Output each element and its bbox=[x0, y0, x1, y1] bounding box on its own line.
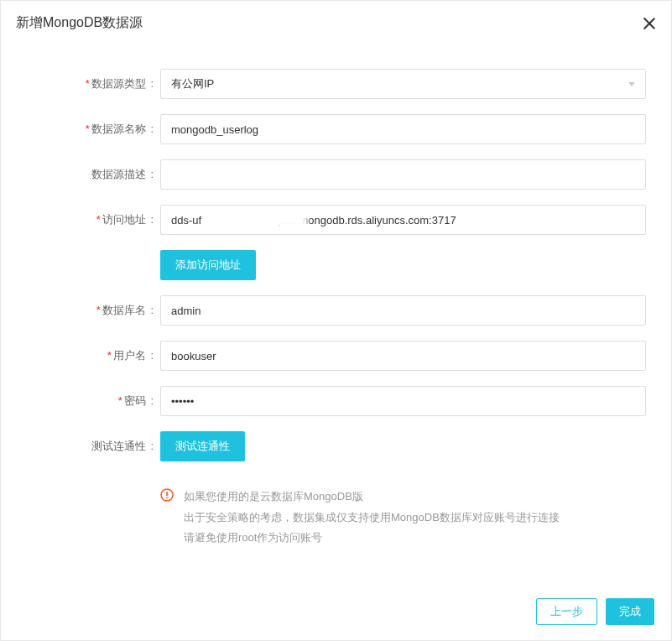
close-icon[interactable] bbox=[643, 17, 656, 30]
dialog-title: 新增MongoDB数据源 bbox=[16, 14, 143, 32]
label-datasource-name: *数据源名称 : bbox=[26, 122, 160, 137]
warning-icon bbox=[160, 488, 174, 549]
footer: 上一步 完成 bbox=[536, 598, 654, 625]
row-database-name: *数据库名 : bbox=[26, 295, 646, 326]
notice-text: 如果您使用的是云数据库MongoDB版 出于安全策略的考虑，数据集成仅支持使用M… bbox=[184, 487, 560, 549]
datasource-desc-input[interactable] bbox=[160, 159, 646, 190]
redacted-mask bbox=[215, 210, 307, 228]
password-input[interactable] bbox=[160, 386, 646, 416]
row-datasource-type: *数据源类型 : 有公网IP bbox=[26, 69, 646, 99]
form: *数据源类型 : 有公网IP *数据源名称 : 数据源描述 : *访问地址 : … bbox=[1, 44, 671, 549]
notice-line: 请避免使用root作为访问账号 bbox=[184, 528, 560, 549]
label-username: *用户名 : bbox=[26, 348, 160, 363]
dialog-header: 新增MongoDB数据源 bbox=[1, 1, 671, 44]
label-datasource-type: *数据源类型 : bbox=[26, 76, 160, 91]
row-test-connection: 测试连通性 : 测试连通性 bbox=[26, 431, 646, 461]
username-input[interactable] bbox=[160, 341, 646, 371]
label-datasource-desc: 数据源描述 : bbox=[26, 167, 160, 182]
datasource-type-select[interactable]: 有公网IP bbox=[160, 69, 646, 99]
row-username: *用户名 : bbox=[26, 341, 646, 371]
database-name-input[interactable] bbox=[160, 295, 646, 326]
add-address-button[interactable]: 添加访问地址 bbox=[160, 250, 256, 280]
svg-rect-1 bbox=[166, 492, 168, 496]
test-connection-button[interactable]: 测试连通性 bbox=[160, 431, 245, 461]
row-access-addr: *访问地址 : bbox=[26, 205, 646, 235]
label-database-name: *数据库名 : bbox=[26, 303, 160, 318]
row-datasource-desc: 数据源描述 : bbox=[26, 159, 646, 190]
select-value: 有公网IP bbox=[171, 76, 214, 91]
notice: 如果您使用的是云数据库MongoDB版 出于安全策略的考虑，数据集成仅支持使用M… bbox=[26, 487, 646, 549]
label-password: *密码 : bbox=[26, 393, 160, 409]
row-datasource-name: *数据源名称 : bbox=[26, 114, 646, 144]
svg-rect-2 bbox=[166, 498, 168, 499]
row-add-addr: 添加访问地址 bbox=[26, 250, 646, 280]
notice-line: 如果您使用的是云数据库MongoDB版 bbox=[184, 487, 560, 508]
row-password: *密码 : bbox=[26, 386, 646, 416]
chevron-down-icon bbox=[628, 82, 635, 86]
label-access-addr: *访问地址 : bbox=[26, 212, 160, 227]
datasource-name-input[interactable] bbox=[160, 114, 646, 144]
prev-button[interactable]: 上一步 bbox=[536, 598, 597, 625]
label-test-connection: 测试连通性 : bbox=[26, 439, 160, 454]
notice-line: 出于安全策略的考虑，数据集成仅支持使用MongoDB数据库对应账号进行连接 bbox=[184, 508, 560, 529]
done-button[interactable]: 完成 bbox=[606, 598, 654, 625]
